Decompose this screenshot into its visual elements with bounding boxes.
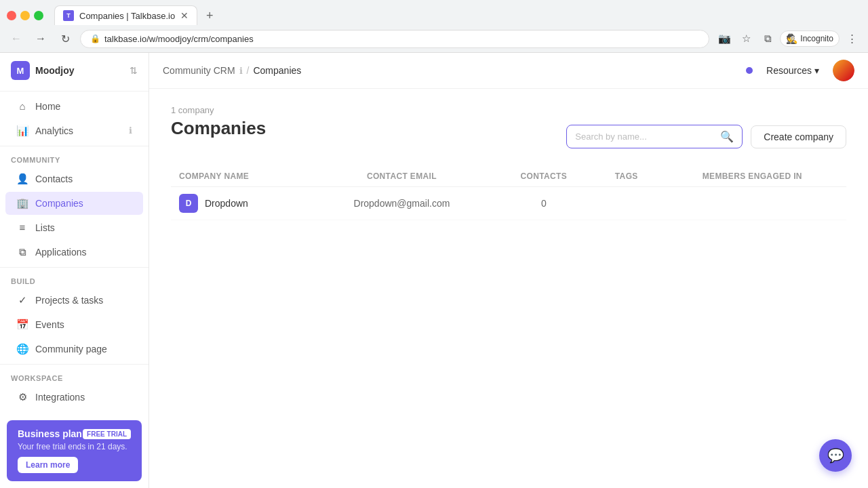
- tab-bar: T Companies | Talkbase.io ✕ +: [54, 5, 219, 25]
- sidebar-home-label: Home: [35, 101, 132, 112]
- address-bar[interactable]: 🔒 talkbase.io/w/moodjoy/crm/companies: [80, 30, 709, 48]
- content-area: 1 company Companies 🔍 Create company COM…: [149, 89, 868, 488]
- create-company-button[interactable]: Create company: [751, 125, 846, 148]
- breadcrumb-info-icon[interactable]: ℹ: [239, 66, 243, 76]
- resources-chevron-icon: ▾: [814, 65, 819, 76]
- active-tab[interactable]: T Companies | Talkbase.io ✕: [54, 5, 197, 25]
- events-icon: 📅: [16, 319, 28, 331]
- url-text: talkbase.io/w/moodjoy/crm/companies: [104, 34, 699, 44]
- sidebar-item-integrations[interactable]: ⚙ Integrations: [5, 386, 143, 409]
- workspace-avatar: M: [11, 61, 30, 80]
- sidebar-item-home[interactable]: ⌂ Home: [5, 95, 143, 118]
- community-section-label: COMMUNITY: [0, 149, 149, 167]
- banner-text: Your free trial ends in 21 days.: [18, 442, 131, 451]
- search-input[interactable]: [575, 131, 715, 142]
- col-contacts: CONTACTS: [493, 166, 595, 187]
- topbar-right: Resources ▾: [746, 60, 854, 81]
- back-button[interactable]: ←: [7, 29, 26, 48]
- companies-icon: 🏢: [16, 197, 28, 209]
- banner-badge: FREE TRIAL: [83, 429, 131, 439]
- user-avatar[interactable]: [833, 60, 854, 81]
- col-members-engaged: MEMBERS ENGAGED IN: [658, 166, 846, 187]
- forward-button[interactable]: →: [31, 29, 50, 48]
- col-contact-email: CONTACT EMAIL: [311, 166, 493, 187]
- sidebar-item-projects[interactable]: ✓ Projects & tasks: [5, 289, 143, 312]
- analytics-icon: 📊: [16, 125, 28, 137]
- reload-button[interactable]: ↻: [56, 29, 75, 48]
- banner-title: Business plan: [18, 428, 82, 439]
- sidebar-contacts-label: Contacts: [35, 174, 132, 184]
- maximize-window-button[interactable]: [34, 11, 43, 20]
- sidebar: M Moodjoy ⇅ ⌂ Home 📊 Analytics ℹ COMMUNI…: [0, 53, 149, 488]
- sidebar-applications-label: Applications: [35, 247, 132, 258]
- sidebar-events-label: Events: [35, 319, 132, 330]
- browser-nav: ← → ↻ 🔒 talkbase.io/w/moodjoy/crm/compan…: [0, 25, 868, 52]
- banner-header: Business plan FREE TRIAL: [18, 428, 131, 439]
- sidebar-divider-workspace: [0, 364, 149, 365]
- breadcrumb-workspace[interactable]: Community CRM: [163, 65, 235, 76]
- lists-icon: ≡: [16, 222, 28, 234]
- search-box[interactable]: 🔍: [566, 125, 743, 148]
- resources-label: Resources: [766, 65, 812, 76]
- table-row[interactable]: D Dropdown Dropdown@gmail.com 0: [171, 187, 846, 220]
- integrations-icon: ⚙: [16, 391, 28, 403]
- workspace-toggle-icon: ⇅: [130, 65, 138, 76]
- breadcrumb-separator: /: [247, 65, 250, 76]
- more-options-button[interactable]: ⋮: [842, 29, 861, 48]
- close-window-button[interactable]: [7, 11, 16, 20]
- company-count: 1 company: [171, 105, 846, 115]
- chat-button[interactable]: 💬: [819, 439, 852, 472]
- status-dot: [746, 67, 753, 74]
- breadcrumb-current: Companies: [253, 65, 301, 76]
- members-engaged-cell: [658, 187, 846, 220]
- col-company-name: COMPANY NAME: [171, 166, 311, 187]
- topbar: Community CRM ℹ / Companies Resources ▾: [149, 53, 868, 89]
- breadcrumb: Community CRM ℹ / Companies: [163, 65, 741, 76]
- analytics-info-icon[interactable]: ℹ: [129, 125, 132, 136]
- tab-close-button[interactable]: ✕: [180, 10, 189, 21]
- sidebar-item-lists[interactable]: ≡ Lists: [5, 216, 143, 239]
- resources-button[interactable]: Resources ▾: [760, 62, 826, 79]
- sidebar-integrations-label: Integrations: [35, 392, 132, 403]
- sidebar-companies-label: Companies: [35, 198, 132, 209]
- sidebar-divider-community: [0, 146, 149, 146]
- sidebar-item-events[interactable]: 📅 Events: [5, 313, 143, 336]
- extensions-button[interactable]: ⧉: [758, 29, 777, 48]
- build-section-label: BUILD: [0, 270, 149, 288]
- minimize-window-button[interactable]: [20, 11, 30, 20]
- company-cell: D Dropdown: [179, 194, 302, 213]
- incognito-label: Incognito: [800, 34, 833, 43]
- sidebar-item-applications[interactable]: ⧉ Applications: [5, 241, 143, 264]
- sidebar-projects-label: Projects & tasks: [35, 295, 132, 306]
- sidebar-divider-build: [0, 267, 149, 268]
- sidebar-item-contacts[interactable]: 👤 Contacts: [5, 167, 143, 190]
- workspace-header[interactable]: M Moodjoy ⇅: [0, 53, 149, 88]
- browser-chrome: T Companies | Talkbase.io ✕ + ← → ↻ 🔒 ta…: [0, 0, 868, 53]
- tags-cell: [595, 187, 658, 220]
- new-tab-button[interactable]: +: [200, 6, 219, 25]
- sidebar-analytics-label: Analytics: [35, 125, 122, 136]
- projects-icon: ✓: [16, 294, 28, 306]
- camera-off-icon[interactable]: 📷: [715, 29, 734, 48]
- bookmark-button[interactable]: ☆: [736, 29, 755, 48]
- company-avatar: D: [179, 194, 198, 213]
- avatar-image: [833, 60, 854, 81]
- incognito-icon: 🕵: [786, 33, 797, 44]
- learn-more-button[interactable]: Learn more: [18, 457, 78, 473]
- sidebar-item-community-page[interactable]: 🌐 Community page: [5, 338, 143, 361]
- table-header: COMPANY NAME CONTACT EMAIL CONTACTS TAGS…: [171, 166, 846, 187]
- companies-table: COMPANY NAME CONTACT EMAIL CONTACTS TAGS…: [171, 166, 846, 220]
- content-header: Companies 🔍 Create company: [171, 118, 846, 155]
- incognito-badge: 🕵 Incognito: [780, 30, 840, 47]
- col-tags: TAGS: [595, 166, 658, 187]
- company-name-cell: D Dropdown: [171, 187, 311, 220]
- browser-actions: 📷 ☆ ⧉ 🕵 Incognito ⋮: [715, 29, 861, 48]
- business-plan-banner: Business plan FREE TRIAL Your free trial…: [7, 420, 142, 481]
- sidebar-item-analytics[interactable]: 📊 Analytics ℹ: [5, 119, 143, 142]
- search-icon[interactable]: 🔍: [720, 130, 734, 143]
- sidebar-item-companies[interactable]: 🏢 Companies: [5, 192, 143, 215]
- sidebar-community-page-label: Community page: [35, 344, 132, 354]
- workspace-name: Moodjoy: [35, 65, 124, 76]
- community-page-icon: 🌐: [16, 343, 28, 355]
- sidebar-lists-label: Lists: [35, 222, 132, 233]
